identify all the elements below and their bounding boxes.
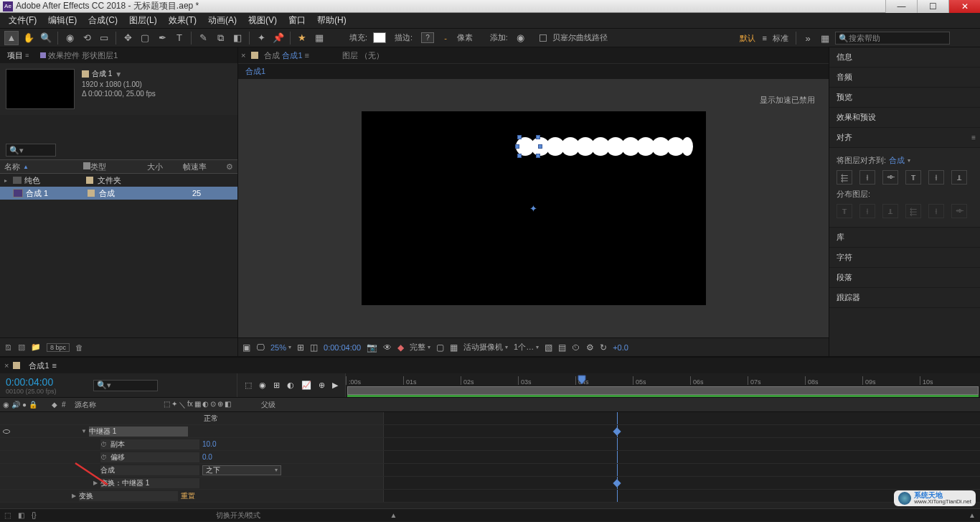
project-row-comp[interactable]: 合成 1 合成 25 <box>0 187 237 200</box>
motionblur-icon[interactable]: ◐ <box>287 381 294 390</box>
text-tool[interactable]: T <box>172 31 187 45</box>
align-bottom[interactable]: ⫫ <box>951 170 967 185</box>
col-type[interactable]: 类型 <box>90 162 148 172</box>
camera-tool[interactable]: ▭ <box>97 31 111 45</box>
stroke-swatch[interactable]: ? <box>421 32 434 43</box>
menu-effect[interactable]: 效果(T) <box>163 13 202 28</box>
work-area-bar[interactable] <box>347 386 979 395</box>
menu-file[interactable]: 文件(F) <box>3 13 42 28</box>
channel-red-icon[interactable]: ◆ <box>397 342 404 353</box>
brainstorm-icon[interactable]: ⊕ <box>319 381 325 390</box>
show-snapshot-icon[interactable]: 👁 <box>383 342 392 353</box>
timeline-icon-small[interactable]: ⏲ <box>572 342 580 353</box>
menu-edit[interactable]: 编辑(E) <box>42 13 83 28</box>
selection-tool[interactable]: ▲ <box>4 31 19 45</box>
visibility-toggle[interactable] <box>3 429 10 434</box>
favorite-icon[interactable]: ★ <box>295 31 309 45</box>
tab-project[interactable]: 项目≡ <box>3 49 33 62</box>
align-target-dropdown[interactable]: 合成 <box>889 155 905 166</box>
layer-row-transform[interactable]: ▶ 变换 重置 <box>0 490 980 503</box>
magnification-icon[interactable]: 🖵 <box>256 342 265 353</box>
shape-layer-repeater[interactable] <box>519 137 693 156</box>
brush-tool[interactable]: ✎ <box>196 31 210 45</box>
col-number[interactable]: # <box>62 401 75 409</box>
align-left[interactable]: ⬱ <box>837 170 852 185</box>
layer-row-composite[interactable]: 合成 之下▾ <box>0 464 980 477</box>
anchor-tool[interactable]: ✥ <box>121 31 135 45</box>
delete-icon[interactable]: 🗑 <box>75 343 83 352</box>
footer-toggle-frame[interactable]: ◧ <box>18 511 24 519</box>
interpret-footage-icon[interactable]: 🖻 <box>4 343 12 352</box>
composition-viewer[interactable]: ✦ <box>238 79 829 337</box>
panel-layout-icon[interactable]: ▦ <box>818 31 832 45</box>
render-queue-icon[interactable]: ▶ <box>332 381 338 390</box>
hand-tool[interactable]: ✋ <box>22 31 36 45</box>
new-comp-icon[interactable]: ▧ <box>18 342 25 352</box>
snapshot-icon[interactable]: 📷 <box>367 342 377 353</box>
layer-row-repeater[interactable]: ▼ 中继器 1 <box>0 425 980 438</box>
shy-icon[interactable]: ⬚ <box>245 381 252 390</box>
tab-composition-viewer[interactable]: 合成 合成1 ≡ <box>264 50 309 61</box>
twirl-right-icon[interactable]: ▶ <box>69 493 79 499</box>
workspace-more[interactable]: » <box>801 31 815 45</box>
camera-dropdown[interactable]: 活动摄像机▾ <box>463 342 508 353</box>
reset-exposure-icon[interactable]: ↻ <box>600 342 607 353</box>
bpc-button[interactable]: 8 bpc <box>47 343 70 352</box>
flowchart-icon[interactable]: ⚙ <box>586 342 594 353</box>
project-row-solids[interactable]: ▸ 纯色 文件夹 <box>0 174 237 187</box>
transparency-grid-icon[interactable]: ▦ <box>450 342 458 353</box>
menu-help[interactable]: 帮助(H) <box>311 13 352 28</box>
clone-tool[interactable]: ⧉ <box>213 31 227 45</box>
panel-library[interactable]: 库 <box>829 228 980 248</box>
panel-effects-presets[interactable]: 效果和预设 <box>829 108 980 128</box>
panel-align-header[interactable]: 对齐≡ <box>829 128 980 148</box>
reset-link[interactable]: 重置 <box>181 492 195 500</box>
mask-icon[interactable]: ◫ <box>310 342 318 353</box>
current-time[interactable]: 0:00:04:00 <box>324 343 361 352</box>
grid-icon[interactable]: ▦ <box>312 31 326 45</box>
col-fps[interactable]: 帧速率 <box>183 162 226 172</box>
workspace-default[interactable]: 默认 <box>740 33 755 44</box>
pixel-aspect-icon[interactable]: ▧ <box>545 342 552 353</box>
add-button[interactable]: ◉ <box>514 31 528 45</box>
shape-tool[interactable]: ▢ <box>138 31 152 45</box>
graph-editor-icon[interactable]: 📈 <box>301 381 311 390</box>
roi-icon[interactable]: ▢ <box>436 342 444 353</box>
col-name[interactable]: 名称▲ <box>4 162 83 172</box>
views-dropdown[interactable]: 1个…▾ <box>514 342 539 353</box>
minimize-button[interactable]: — <box>885 0 917 13</box>
comp-flowchart-tab[interactable]: 合成1 <box>238 63 829 79</box>
eraser-tool[interactable]: ◧ <box>230 31 245 45</box>
puppet-tool[interactable]: 📌 <box>271 31 286 45</box>
timeline-timecode-area[interactable]: 0:00:04:00 00100 (25.00 fps) <box>0 373 93 397</box>
stopwatch-icon[interactable]: ⏱ <box>100 441 107 448</box>
zoom-tool[interactable]: 🔍 <box>39 31 53 45</box>
align-h-center[interactable]: ⫲ <box>859 170 875 185</box>
menu-window[interactable]: 窗口 <box>283 13 311 28</box>
align-right[interactable]: ⬲ <box>882 170 898 185</box>
footer-toggle-blur[interactable]: {} <box>32 511 37 519</box>
tab-effect-controls[interactable]: 效果控件 形状图层1 <box>36 49 122 62</box>
orbit-tool[interactable]: ◉ <box>62 31 77 45</box>
new-folder-icon[interactable]: 📁 <box>31 342 41 352</box>
twirl-down-icon[interactable]: ▼ <box>79 428 89 434</box>
layer-row-offset[interactable]: ⏱偏移 0.0 <box>0 451 980 464</box>
menu-composition[interactable]: 合成(C) <box>83 13 123 28</box>
always-preview-icon[interactable]: ▣ <box>242 342 250 353</box>
timeline-close[interactable]: × <box>4 361 9 370</box>
workspace-standard[interactable]: 标准 <box>773 33 788 44</box>
exposure-value[interactable]: +0.0 <box>613 343 628 352</box>
menu-layer[interactable]: 图层(L) <box>123 13 163 28</box>
workspace-menu[interactable]: ≡ <box>763 34 767 42</box>
timeline-tab-comp[interactable]: 合成1 ≡ <box>24 359 61 373</box>
stopwatch-icon[interactable]: ⏱ <box>100 454 107 461</box>
twirl-right-icon[interactable]: ▶ <box>90 480 100 486</box>
layer-row-mode[interactable]: 正常 <box>0 412 980 425</box>
pen-tool[interactable]: ✒ <box>155 31 169 45</box>
layer-anchor-point[interactable]: ✦ <box>529 203 537 214</box>
align-v-center[interactable]: ⫲ <box>928 170 944 185</box>
panel-paragraph[interactable]: 段落 <box>829 268 980 288</box>
toggle-switches-modes[interactable]: 切换开关/模式 <box>216 511 261 521</box>
playhead[interactable] <box>578 375 586 385</box>
current-timecode[interactable]: 0:00:04:00 <box>6 376 88 388</box>
